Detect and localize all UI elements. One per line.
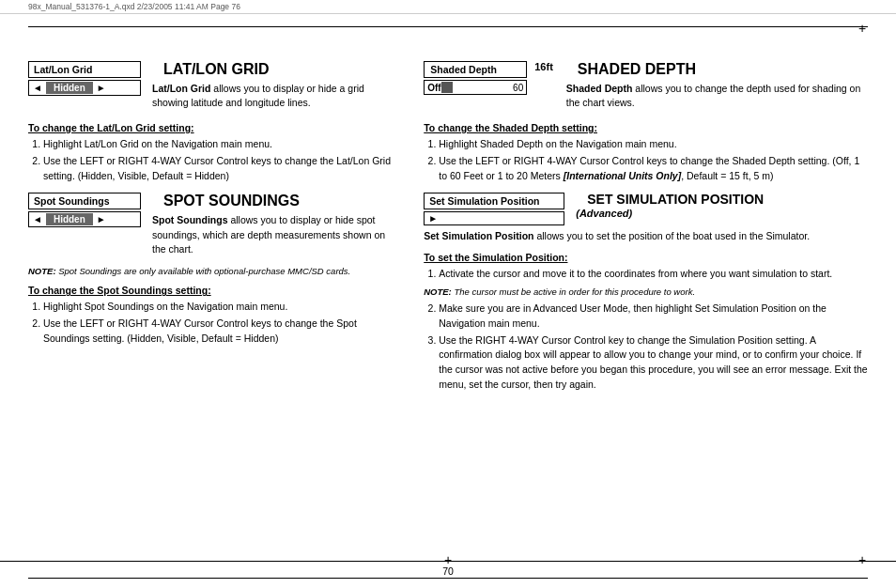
spot-note-bold: NOTE: <box>28 266 56 276</box>
spot-right-arrow-icon[interactable]: ► <box>97 214 106 224</box>
sim-label-box: Set Simulation Position <box>424 193 564 209</box>
spot-step-2: Use the LEFT or RIGHT 4-WAY Cursor Contr… <box>43 317 397 347</box>
latlon-step-1: Highlight Lat/Lon Grid on the Navigation… <box>43 137 397 152</box>
shaded-body-text: Shaded Depth allows you to change the de… <box>566 82 868 112</box>
left-column: Lat/Lon Grid ◄ Hidden ► LAT/LON GRID Lat… <box>28 61 414 578</box>
shaded-body-bold: Shaded Depth <box>566 83 633 94</box>
sim-heading: SET SIMULATION POSITION <box>587 192 764 207</box>
spot-selected-value: Hidden <box>46 213 93 225</box>
spot-body-text: Spot Soundings allows you to display or … <box>152 213 397 257</box>
latlon-widget-area: Lat/Lon Grid ◄ Hidden ► <box>28 61 141 96</box>
crosshair-top-right-icon <box>855 21 870 36</box>
spot-heading: SPOT SOUNDINGS <box>163 193 300 209</box>
sim-step-2: Make sure you are in Advanced User Mode,… <box>439 302 868 332</box>
shaded-slider-area[interactable]: Off 60 <box>424 80 527 95</box>
sim-note: NOTE: The cursor must be active in order… <box>424 286 868 298</box>
latlon-selected-value: Hidden <box>46 82 93 94</box>
latlon-selector[interactable]: ◄ Hidden ► <box>28 80 141 96</box>
spot-section-header: Spot Soundings ◄ Hidden ► SPOT SOUNDINGS… <box>28 193 397 261</box>
shaded-value-label-area: 16ft <box>531 61 557 72</box>
right-column: Shaded Depth Off 60 16ft SHADED DEPTH Sh… <box>414 61 868 578</box>
spot-note: NOTE: Spot Soundings are only available … <box>28 265 397 277</box>
latlon-body-text: Lat/Lon Grid allows you to display or hi… <box>152 82 397 112</box>
shaded-change-heading: To change the Shaded Depth setting: <box>424 122 868 133</box>
sim-steps-list-1: Activate the cursor and move it to the c… <box>424 267 868 282</box>
latlon-label-box: Lat/Lon Grid <box>28 61 141 78</box>
sim-note-rest: The cursor must be active in order for t… <box>454 286 695 297</box>
shaded-label-box: Shaded Depth <box>424 61 527 78</box>
sim-step-2-text: Make sure you are in Advanced User Mode,… <box>439 302 826 329</box>
latlon-section-header: Lat/Lon Grid ◄ Hidden ► LAT/LON GRID Lat… <box>28 61 397 115</box>
shaded-slider-max: 60 <box>513 83 523 93</box>
latlon-steps-list: Highlight Lat/Lon Grid on the Navigation… <box>28 137 397 183</box>
content-area: Lat/Lon Grid ◄ Hidden ► LAT/LON GRID Lat… <box>28 61 868 578</box>
shaded-section-header: Shaded Depth Off 60 16ft SHADED DEPTH Sh… <box>424 61 868 115</box>
crosshair-bottom-center-icon <box>440 552 456 567</box>
header-meta: 98x_Manual_531376-1_A.qxd 2/23/2005 11:4… <box>0 0 896 14</box>
spot-change-heading: To change the Spot Soundings setting: <box>28 285 397 296</box>
header-meta-text: 98x_Manual_531376-1_A.qxd 2/23/2005 11:4… <box>28 2 240 11</box>
shaded-step-2-text: Use the LEFT or RIGHT 4-WAY Cursor Contr… <box>439 155 859 181</box>
crosshair-bottom-right-icon <box>855 552 870 567</box>
sim-body-rest: allows you to set the position of the bo… <box>536 230 810 241</box>
spot-widget-area: Spot Soundings ◄ Hidden ► <box>28 193 141 227</box>
latlon-left-arrow-icon[interactable]: ◄ <box>33 83 42 93</box>
shaded-step-1: Highlight Shaded Depth on the Navigation… <box>439 137 868 152</box>
spot-step-1-text: Highlight Spot Soundings on the Navigati… <box>43 301 287 312</box>
sim-set-heading: To set the Simulation Position: <box>424 252 868 263</box>
shaded-intl-label: [International Units Only] <box>564 170 681 181</box>
shaded-off-label: Off <box>427 83 440 93</box>
shaded-steps-list: Highlight Shaded Depth on the Navigation… <box>424 137 868 183</box>
sim-steps-list-2: Make sure you are in Advanced User Mode,… <box>424 302 868 393</box>
sim-section-header: Set Simulation Position ► SET SIMULATION… <box>424 193 868 225</box>
spot-step-1: Highlight Spot Soundings on the Navigati… <box>43 300 397 315</box>
sim-step-1: Activate the cursor and move it to the c… <box>439 267 868 282</box>
spot-selector[interactable]: ◄ Hidden ► <box>28 211 141 227</box>
shaded-slider-fill <box>441 82 453 93</box>
latlon-step-2: Use the LEFT or RIGHT 4-WAY Cursor Contr… <box>43 154 397 184</box>
sim-advanced-label: (Advanced) <box>576 208 868 219</box>
page: 98x_Manual_531376-1_A.qxd 2/23/2005 11:4… <box>0 0 896 588</box>
sim-step-3: Use the RIGHT 4-WAY Cursor Control key t… <box>439 333 868 393</box>
sim-body-text: Set Simulation Position allows you to se… <box>424 229 868 244</box>
latlon-step-2-text: Use the LEFT or RIGHT 4-WAY Cursor Contr… <box>43 155 391 181</box>
sim-step-1-text: Activate the cursor and move it to the c… <box>439 268 832 279</box>
shaded-value-label: 16ft <box>531 59 557 74</box>
sim-body-bold: Set Simulation Position <box>424 230 533 241</box>
spot-steps-list: Highlight Spot Soundings on the Navigati… <box>28 300 397 346</box>
latlon-heading: LAT/LON GRID <box>163 61 270 77</box>
shaded-heading: SHADED DEPTH <box>578 61 696 77</box>
spot-step-2-text: Use the LEFT or RIGHT 4-WAY Cursor Contr… <box>43 317 357 344</box>
latlon-change-heading: To change the Lat/Lon Grid setting: <box>28 122 397 133</box>
latlon-body-bold: Lat/Lon Grid <box>152 83 210 94</box>
spot-body-bold: Spot Soundings <box>152 214 228 225</box>
sim-note-bold: NOTE: <box>424 286 452 297</box>
sim-widget-area: Set Simulation Position ► <box>424 193 564 225</box>
sim-selector[interactable]: ► <box>424 211 564 225</box>
shaded-step-2: Use the LEFT or RIGHT 4-WAY Cursor Contr… <box>439 154 868 184</box>
shaded-heading-area: SHADED DEPTH Shaded Depth allows you to … <box>566 61 868 115</box>
sim-heading-area: SET SIMULATION POSITION (Advanced) <box>576 193 868 218</box>
bottom-border <box>28 578 868 579</box>
sim-step-3-text: Use the RIGHT 4-WAY Cursor Control key t… <box>439 334 867 390</box>
shaded-widget-area: Shaded Depth Off 60 <box>424 61 527 95</box>
spot-heading-area: SPOT SOUNDINGS Spot Soundings allows you… <box>152 193 397 261</box>
latlon-heading-area: LAT/LON GRID Lat/Lon Grid allows you to … <box>152 61 397 115</box>
spot-label-box: Spot Soundings <box>28 193 141 209</box>
spot-note-rest: Spot Soundings are only available with o… <box>58 266 350 276</box>
latlon-right-arrow-icon[interactable]: ► <box>97 83 106 93</box>
sim-right-arrow-icon[interactable]: ► <box>428 213 438 224</box>
spot-left-arrow-icon[interactable]: ◄ <box>33 214 42 224</box>
top-border <box>28 26 868 27</box>
shaded-step-1-text: Highlight Shaded Depth on the Navigation… <box>439 138 676 149</box>
latlon-step-1-text: Highlight Lat/Lon Grid on the Navigation… <box>43 138 272 149</box>
